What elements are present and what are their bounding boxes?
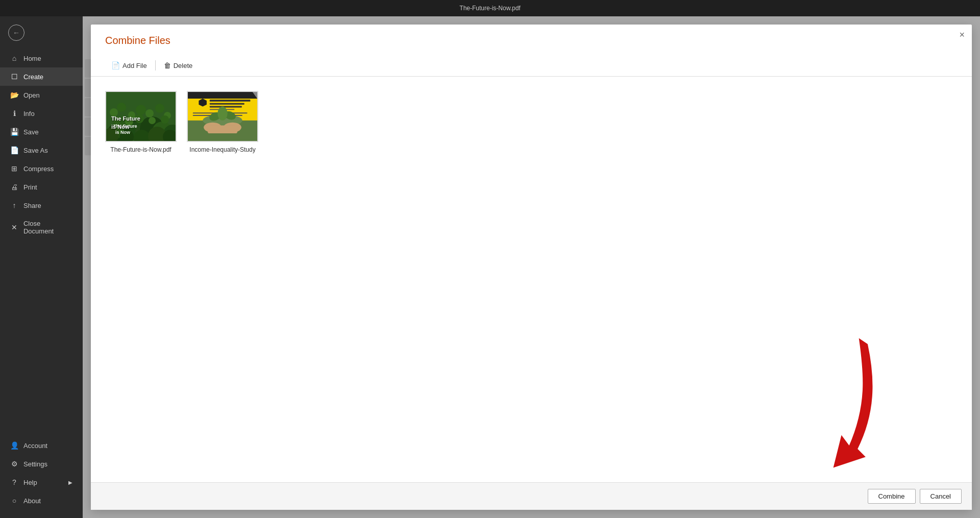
sidebar-label-settings: Settings (23, 460, 47, 468)
account-icon: 👤 (10, 441, 18, 450)
add-file-label: Add File (122, 62, 147, 69)
modal-toolbar: 📄 Add File 🗑 Delete (91, 55, 972, 77)
sidebar-item-print[interactable]: 🖨 Print (0, 178, 83, 196)
current-filename: The-Future-is-Now.pdf (459, 5, 520, 12)
toolbar-divider (155, 60, 156, 70)
file-thumbnail-2 (187, 91, 258, 142)
sidebar-spacer (0, 240, 83, 436)
sidebar-label-account: Account (23, 442, 47, 450)
sidebar-item-account[interactable]: 👤 Account (0, 436, 83, 455)
add-file-button[interactable]: 📄 Add File (105, 59, 153, 72)
svg-point-13 (110, 108, 118, 116)
help-icon: ? (10, 478, 18, 486)
modal-content: The Future is Now The-Future-is-Now.pdf (91, 77, 972, 482)
sidebar-label-share: Share (23, 202, 41, 209)
combine-files-modal: × Combine Files 📄 Add File 🗑 Delete (91, 25, 972, 510)
svg-point-15 (128, 111, 135, 119)
open-icon: 📂 (10, 91, 18, 99)
file-item-1[interactable]: The Future is Now The-Future-is-Now.pdf (105, 91, 177, 153)
svg-point-16 (136, 105, 146, 115)
compress-icon: ⊞ (10, 164, 18, 173)
create-icon: ☐ (10, 73, 18, 81)
sidebar-label-help: Help (23, 479, 37, 486)
sidebar-label-open: Open (23, 91, 40, 99)
sidebar-label-close-document: Close Document (23, 220, 72, 235)
save-icon: 💾 (10, 128, 18, 136)
svg-point-21 (125, 117, 133, 126)
svg-point-41 (217, 107, 227, 121)
file-name-1: The-Future-is-Now.pdf (110, 146, 171, 153)
sidebar-item-save[interactable]: 💾 Save (0, 123, 83, 141)
sidebar-item-share[interactable]: ↑ Share (0, 196, 83, 215)
content-area: Create ☐ ☐ ☐ ☐ ☐ × Combine Files (83, 16, 980, 518)
back-button[interactable]: ← (8, 25, 24, 41)
modal-close-button[interactable]: × (959, 30, 965, 40)
file-name-2: Income-Inequality-Study (189, 146, 255, 153)
sidebar-label-about: About (23, 497, 41, 505)
top-bar: The-Future-is-Now.pdf (0, 0, 980, 16)
modal-header: Combine Files (91, 25, 972, 55)
save-as-icon: 📄 (10, 146, 18, 154)
sidebar-item-close-document[interactable]: ✕ Close Document (0, 215, 83, 240)
svg-point-23 (149, 117, 156, 124)
svg-point-14 (117, 103, 126, 112)
combine-button[interactable]: Combine (868, 489, 916, 504)
print-icon: 🖨 (10, 183, 18, 191)
sidebar-item-compress[interactable]: ⊞ Compress (0, 159, 83, 178)
svg-rect-33 (210, 106, 242, 108)
sidebar-label-home: Home (23, 55, 41, 62)
help-arrow-icon: ▶ (68, 480, 72, 485)
svg-rect-31 (210, 100, 251, 102)
cancel-button[interactable]: Cancel (920, 489, 962, 504)
sidebar-label-create: Create (23, 73, 43, 81)
svg-point-18 (155, 104, 164, 113)
sidebar-bottom: 👤 Account ⚙ Settings ? Help ▶ ○ About (0, 436, 83, 518)
home-icon: ⌂ (10, 54, 18, 62)
sidebar-item-settings[interactable]: ⚙ Settings (0, 455, 83, 473)
back-icon: ← (13, 29, 20, 37)
svg-text:The Future: The Future (113, 124, 137, 129)
sidebar-label-info: Info (23, 110, 35, 117)
svg-point-24 (161, 115, 169, 124)
add-file-icon: 📄 (111, 61, 120, 69)
sidebar-label-compress: Compress (23, 165, 54, 173)
main-layout: ← ⌂ Home ☐ Create 📂 Open ℹ Info 💾 Save 📄… (0, 16, 980, 518)
svg-point-8 (106, 128, 119, 142)
sidebar-item-info[interactable]: ℹ Info (0, 104, 83, 123)
modal-overlay: × Combine Files 📄 Add File 🗑 Delete (83, 16, 980, 518)
sidebar-item-save-as[interactable]: 📄 Save As (0, 141, 83, 159)
file-item-2[interactable]: Income-Inequality-Study (187, 91, 258, 153)
svg-point-20 (114, 116, 121, 124)
svg-rect-32 (210, 103, 244, 105)
modal-title: Combine Files (105, 35, 958, 46)
info-icon: ℹ (10, 109, 18, 117)
settings-icon: ⚙ (10, 460, 18, 468)
sidebar-back: ← (0, 20, 83, 45)
svg-text:is Now: is Now (115, 130, 131, 135)
file-thumbnail-1: The Future is Now (105, 91, 177, 142)
share-icon: ↑ (10, 201, 18, 209)
sidebar: ← ⌂ Home ☐ Create 📂 Open ℹ Info 💾 Save 📄… (0, 16, 83, 518)
about-icon: ○ (10, 497, 18, 505)
sidebar-label-print: Print (23, 183, 37, 191)
delete-icon: 🗑 (164, 61, 171, 69)
delete-button[interactable]: 🗑 Delete (158, 59, 199, 72)
close-document-icon: ✕ (10, 223, 18, 231)
sidebar-label-save: Save (23, 128, 39, 136)
sidebar-item-create[interactable]: ☐ Create (0, 67, 83, 86)
svg-point-17 (145, 109, 154, 117)
sidebar-item-about[interactable]: ○ About (0, 491, 83, 510)
sidebar-label-save-as: Save As (23, 147, 48, 154)
svg-rect-44 (208, 125, 237, 133)
sidebar-item-open[interactable]: 📂 Open (0, 86, 83, 104)
svg-point-22 (135, 114, 144, 123)
modal-footer: Combine Cancel (91, 482, 972, 510)
svg-rect-28 (188, 91, 257, 99)
delete-label: Delete (174, 62, 193, 69)
sidebar-item-home[interactable]: ⌂ Home (0, 49, 83, 67)
sidebar-item-help[interactable]: ? Help ▶ (0, 473, 83, 491)
